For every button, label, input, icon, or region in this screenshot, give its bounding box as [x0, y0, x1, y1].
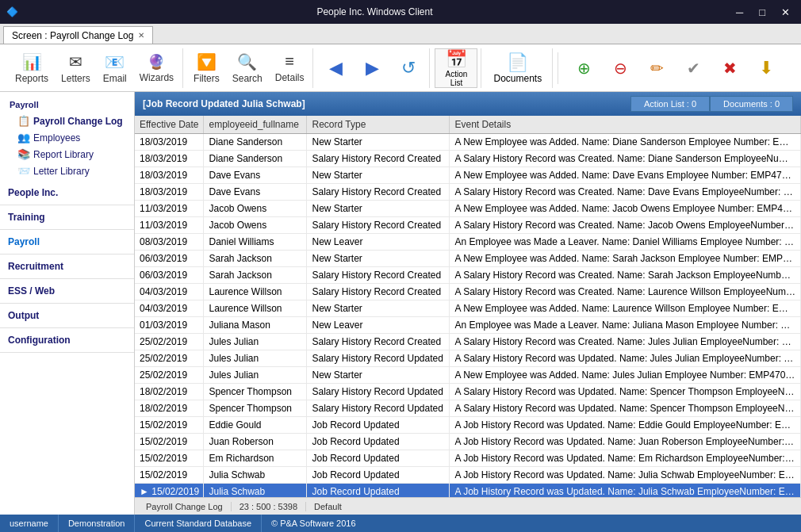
table-row[interactable]: 15/02/2019Eddie GouldJob Record UpdatedA…	[135, 417, 801, 434]
sidebar-item-employees[interactable]: 👥 Employees	[5, 129, 129, 146]
table-row[interactable]: 25/02/2019Jules JulianSalary History Rec…	[135, 334, 801, 350]
cancel-record-button[interactable]: ✖	[712, 48, 747, 88]
toolbar-group-nav: ◀ ▶ ↺	[315, 48, 430, 88]
sidebar-item-report-library[interactable]: 📚 Report Library	[5, 146, 129, 163]
cell-details: A Job History Record was Updated. Name: …	[450, 417, 801, 434]
tab-close-button[interactable]: ✕	[138, 31, 144, 40]
table-row[interactable]: 04/03/2019Laurence WillsonNew StarterA N…	[135, 300, 801, 317]
table-row[interactable]: 11/03/2019Jacob OwensNew StarterA New Em…	[135, 201, 801, 217]
prev-button[interactable]: ◀	[318, 48, 353, 88]
filters-button[interactable]: 🔽 Filters	[188, 48, 225, 88]
cell-name: Spencer Thompson	[204, 384, 307, 400]
action-list-button[interactable]: 📅 Action List	[435, 48, 477, 88]
edit-button[interactable]: ✏	[639, 48, 674, 88]
letters-icon: ✉	[69, 52, 82, 71]
cell-type: Salary History Record Created	[307, 267, 450, 284]
documents-button[interactable]: 📄 Documents	[486, 48, 549, 88]
wizards-label: Wizards	[140, 72, 174, 83]
sidebar-category-recruitment[interactable]: Recruitment	[0, 255, 134, 279]
table-row[interactable]: 06/03/2019Sarah JacksonNew StarterA New …	[135, 251, 801, 267]
sidebar-item-payroll-change-log[interactable]: 📋 Payroll Change Log	[5, 113, 129, 129]
cell-type: Salary History Record Created	[307, 217, 450, 234]
cell-date: 18/03/2019	[135, 184, 204, 201]
table-row[interactable]: 08/03/2019Daniel WilliamsNew LeaverAn Em…	[135, 234, 801, 251]
table-row[interactable]: 01/03/2019Juliana MasonNew LeaverAn Empl…	[135, 317, 801, 334]
cell-details: A Salary History Record was Created. Nam…	[450, 284, 801, 300]
documents-icon: 📄	[507, 52, 528, 73]
cell-name: Laurence Willson	[204, 300, 307, 317]
sidebar-category-configuration[interactable]: Configuration	[0, 328, 134, 353]
cell-date: 18/02/2019	[135, 384, 204, 400]
col-header-employee-name[interactable]: employeeid_fullname	[204, 116, 307, 134]
table-row[interactable]: 15/02/2019Em RichardsonJob Record Update…	[135, 450, 801, 467]
table-row[interactable]: 15/02/2019Julia SchwabJob Record Updated…	[135, 467, 801, 484]
cell-details: A New Employee was Added. Name: Jacob Ow…	[450, 201, 801, 217]
remove-icon: ⊖	[614, 59, 627, 78]
download-button[interactable]: ⬇	[749, 48, 784, 88]
minimize-button[interactable]: ─	[731, 5, 748, 20]
sidebar-category-output[interactable]: Output	[0, 304, 134, 328]
app-icon: 🔷	[6, 6, 18, 17]
table-row[interactable]: 18/03/2019Dave EvansNew StarterA New Emp…	[135, 167, 801, 184]
table-row[interactable]: 06/03/2019Sarah JacksonSalary History Re…	[135, 267, 801, 284]
cell-date: 11/03/2019	[135, 201, 204, 217]
cell-name: Juliana Mason	[204, 317, 307, 334]
table-container[interactable]: Effective Date employeeid_fullname Recor…	[135, 116, 801, 497]
table-row[interactable]: ► 15/02/2019Julia SchwabJob Record Updat…	[135, 484, 801, 498]
cell-details: A Job History Record was Updated. Name: …	[450, 484, 801, 498]
title-bar-left: 🔷	[6, 6, 18, 17]
table-row[interactable]: 11/03/2019Jacob OwensSalary History Reco…	[135, 217, 801, 234]
cell-name: Diane Sanderson	[204, 134, 307, 151]
sidebar-item-letter-library[interactable]: 📨 Letter Library	[5, 163, 129, 179]
details-button[interactable]: ≡ Details	[270, 48, 310, 88]
report-library-label: Report Library	[33, 149, 94, 160]
cell-type: New Starter	[307, 251, 450, 267]
cancel-icon: ✖	[723, 59, 737, 78]
search-button[interactable]: 🔍 Search	[227, 48, 268, 88]
table-row[interactable]: 18/02/2019Spencer ThompsonSalary History…	[135, 400, 801, 417]
remove-button[interactable]: ⊖	[603, 48, 638, 88]
right-panel: [Job Record Updated Julia Schwab] Action…	[135, 92, 801, 515]
add-button[interactable]: ⊕	[566, 48, 601, 88]
email-button[interactable]: 📧 Email	[98, 48, 132, 88]
table-row[interactable]: 18/03/2019Diane SandersonNew StarterA Ne…	[135, 134, 801, 151]
sidebar-category-people-inc[interactable]: People Inc.	[0, 181, 134, 205]
table-row[interactable]: 15/02/2019Juan RobersonJob Record Update…	[135, 434, 801, 450]
col-header-record-type[interactable]: Record Type	[307, 116, 450, 134]
close-button[interactable]: ✕	[776, 5, 795, 20]
col-header-event-details[interactable]: Event Details	[450, 116, 801, 134]
sidebar-nav: People Inc. Training Payroll Recruitment…	[0, 181, 134, 515]
table-row[interactable]: 25/02/2019Jules JulianNew StarterA New E…	[135, 367, 801, 384]
sidebar-category-training[interactable]: Training	[0, 205, 134, 230]
wizards-button[interactable]: 🔮 Wizards	[134, 48, 179, 88]
refresh-button[interactable]: ↺	[391, 48, 426, 88]
table-row[interactable]: 04/03/2019Laurence WillsonSalary History…	[135, 284, 801, 300]
status-mode: Default	[306, 502, 798, 511]
documents-badge: Documents : 0	[710, 96, 793, 112]
next-button[interactable]: ▶	[355, 48, 389, 88]
cell-type: New Starter	[307, 134, 450, 151]
table-row[interactable]: 25/02/2019Jules JulianSalary History Rec…	[135, 350, 801, 367]
letters-button[interactable]: ✉ Letters	[56, 48, 96, 88]
reports-button[interactable]: 📊 Reports	[10, 48, 54, 88]
sidebar-category-payroll[interactable]: Payroll	[0, 230, 134, 255]
cell-name: Dave Evans	[204, 184, 307, 201]
payroll-change-log-tab[interactable]: Screen : Payroll Change Log ✕	[3, 26, 153, 44]
table-row[interactable]: 18/03/2019Diane SandersonSalary History …	[135, 151, 801, 167]
cell-details: A Job History Record was Updated. Name: …	[450, 450, 801, 467]
report-library-icon: 📚	[17, 148, 30, 160]
restore-button[interactable]: □	[754, 5, 770, 20]
cell-date: 25/02/2019	[135, 350, 204, 367]
cell-date: 25/02/2019	[135, 367, 204, 384]
cell-details: A Salary History Record was Created. Nam…	[450, 334, 801, 350]
payroll-change-log-icon: 📋	[17, 115, 30, 127]
confirm-button[interactable]: ✔	[676, 48, 711, 88]
table-row[interactable]: 18/02/2019Spencer ThompsonSalary History…	[135, 384, 801, 400]
table-row[interactable]: 18/03/2019Dave EvansSalary History Recor…	[135, 184, 801, 201]
sidebar-category-ess-web[interactable]: ESS / Web	[0, 279, 134, 304]
confirm-icon: ✔	[687, 59, 700, 78]
table-body: 18/03/2019Diane SandersonNew StarterA Ne…	[135, 134, 801, 498]
cell-type: New Leaver	[307, 317, 450, 334]
cell-details: A New Employee was Added. Name: Sarah Ja…	[450, 251, 801, 267]
col-header-effective-date[interactable]: Effective Date	[135, 116, 204, 134]
